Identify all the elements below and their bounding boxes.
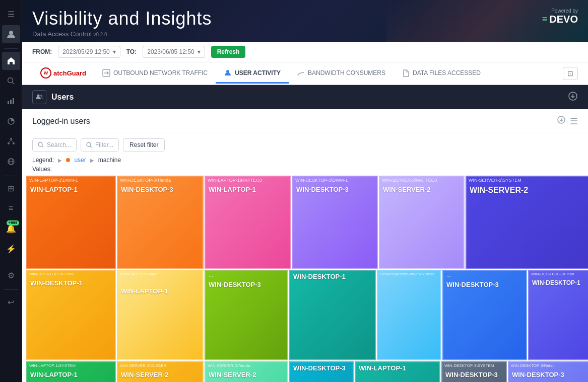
sidebar-divider-4 xyxy=(4,289,18,290)
page-subtitle: Data Access Control v0.2.0 xyxy=(32,30,578,38)
treemap-cell-win-laptop-1-row3[interactable]: WIN-LAPTOP-1 xyxy=(355,361,440,382)
devo-icon: ≡ xyxy=(542,14,548,25)
content-title: Logged-in users xyxy=(32,117,90,126)
tab-outbound[interactable]: OUTBOUND NETWORK TRAFFIC xyxy=(94,64,216,84)
svg-line-11 xyxy=(11,140,14,142)
data-files-icon xyxy=(402,69,410,77)
sidebar-list-icon[interactable]: ≡ xyxy=(2,199,20,217)
section-download-button[interactable] xyxy=(568,91,578,104)
search-input[interactable]: Search... xyxy=(32,138,77,151)
filter-bar: Search... Filter... Reset filter xyxy=(22,133,588,157)
notification-badge: +999 xyxy=(7,220,19,225)
sidebar-menu-toggle[interactable]: ☰ xyxy=(2,5,20,23)
bandwidth-icon xyxy=(297,69,305,77)
search-icon xyxy=(38,142,44,148)
treemap-cell-win-desktop-3-system[interactable]: WIN-DESKTOP-3\SYSTEM WIN-DESKTOP-3 xyxy=(441,361,507,382)
reset-filter-button[interactable]: Reset filter xyxy=(123,138,165,151)
treemap-cell-win-desktop-3-retail[interactable]: WIN-DESKTOP-3\Retail WIN-DESKTOP-3 xyxy=(508,361,588,382)
page-title: Visibility and Insights xyxy=(32,8,578,29)
treemap-cell-win-desktop-1-row2[interactable]: WIN-DESKTOP-1 xyxy=(289,270,376,360)
svg-line-2 xyxy=(12,83,14,85)
tab-data-files[interactable]: DATA FILES ACCESSED xyxy=(394,64,489,84)
svg-point-21 xyxy=(38,142,42,146)
svg-point-8 xyxy=(8,142,10,144)
content-download-button[interactable] xyxy=(557,115,566,127)
svg-point-1 xyxy=(8,78,13,83)
treemap-cell-win-desktop-3-tienda[interactable]: WIN-DESKTOP-3\Tienda WIN-DESKTOP-3 xyxy=(117,176,204,269)
treemap-cell-win-desktop-3-row2[interactable]: ... WIN-DESKTOP-3 xyxy=(205,270,288,360)
sidebar-globe-icon[interactable] xyxy=(2,152,20,171)
content-actions: ☰ xyxy=(557,115,578,127)
date-toolbar: FROM: 2023/05/29 12:50 ▾ TO: 2023/06/05 … xyxy=(22,42,588,62)
treemap: WIN-LAPTOP-1\DWM-1 WIN-LAPTOP-1 WIN-DESK… xyxy=(26,176,584,378)
svg-point-18 xyxy=(40,95,42,97)
section-users-icon xyxy=(32,90,46,104)
sidebar-home-icon[interactable] xyxy=(2,52,20,70)
to-date-picker[interactable]: 2023/06/05 12:50 ▾ xyxy=(143,46,205,58)
treemap-cell-win-desktop-3-cyan[interactable]: WIN-DESKTOP-3 xyxy=(289,361,354,382)
navigation-tabs: W atchGuard OUTBOUND NETWORK TRAFFIC USE… xyxy=(22,62,588,85)
from-label: FROM: xyxy=(32,48,52,55)
main-panel: Logged-in users ☰ Search... Filter... Re… xyxy=(22,109,588,382)
refresh-button[interactable]: Refresh xyxy=(211,46,246,58)
svg-point-9 xyxy=(13,142,15,144)
sidebar-grid-icon[interactable]: ⊞ xyxy=(2,179,20,197)
sidebar-divider-2 xyxy=(4,176,18,176)
sidebar-divider-3 xyxy=(4,263,18,263)
svg-point-23 xyxy=(87,142,91,146)
page-header: Visibility and Insights Data Access Cont… xyxy=(22,0,588,42)
svg-line-24 xyxy=(90,146,92,147)
from-date-picker[interactable]: 2023/05/29 12:50 ▾ xyxy=(58,46,120,58)
tab-watchguard[interactable]: W atchGuard xyxy=(32,62,94,85)
svg-point-7 xyxy=(10,138,12,140)
treemap-cell-win-desktop-3-dwm1[interactable]: WIN-DESKTOP-3\DWM-1 WIN-DESKTOP-3 xyxy=(292,176,378,269)
tab-bandwidth[interactable]: BANDWIDTH CONSUMERS xyxy=(289,64,394,84)
treemap-cell-win-desktop-1-euser[interactable]: WIN-DESKTOP-1\EUser WIN-DESKTOP-1 xyxy=(26,270,116,360)
sidebar-user-icon[interactable] xyxy=(2,25,20,43)
outbound-icon xyxy=(102,69,110,77)
sidebar-network-icon[interactable] xyxy=(2,132,20,150)
treemap-cell-win-laptop-1-system[interactable]: WIN-LAPTOP-1\SYSTEM WIN-LAPTOP-1 xyxy=(26,361,116,382)
treemap-cell-win-server-2-system[interactable]: WIN-SERVER-2\SYSTEM WIN-SERVER-2 xyxy=(466,176,588,269)
watchguard-circle: W xyxy=(40,67,51,79)
sidebar-exit-icon[interactable]: ↩ xyxy=(2,293,20,311)
legend-bar: Legend: ▶ user ▶ machine xyxy=(22,157,588,166)
export-button[interactable]: ⊡ xyxy=(563,67,578,80)
values-label: Values: xyxy=(22,166,588,176)
legend-user-dot xyxy=(66,158,70,162)
content-header: Logged-in users ☰ xyxy=(22,109,588,133)
sidebar-notifications-icon[interactable]: 🔔 +999 xyxy=(2,219,20,238)
sidebar-settings-icon[interactable]: ⚙ xyxy=(2,266,20,284)
sidebar-search-icon[interactable] xyxy=(2,72,20,90)
content-menu-button[interactable]: ☰ xyxy=(570,115,578,127)
sidebar: ☰ ⊞ ≡ 🔔 +999 ⚡ ⚙ ↩ xyxy=(0,0,22,382)
sidebar-analytics-icon[interactable] xyxy=(2,92,20,110)
treemap-cell-win-server-2-matteoj[interactable]: WIN-SERVER-2\MATTEOJ WIN-SERVER-2 xyxy=(379,176,465,269)
sidebar-divider-1 xyxy=(4,48,18,49)
svg-point-0 xyxy=(9,31,13,35)
section-title: Users xyxy=(51,93,74,102)
treemap-cell-win-server-2-cleser[interactable]: WIN-SERVER-2\CLESER WIN-SERVER-2 xyxy=(117,361,204,382)
treemap-cell-win-laptop-1-matteoj[interactable]: WIN-LAPTOP-1\MATTEOJ WIN-LAPTOP-1 xyxy=(205,176,291,269)
treemap-cell-serverexpress[interactable]: Serverexpress\Server-express xyxy=(377,270,441,360)
treemap-cell-win-desktop-1-finan[interactable]: WIN-DESKTOP-1\Finan WIN-DESKTOP-1 xyxy=(528,270,588,360)
tab-user-activity[interactable]: USER ACTIVITY xyxy=(216,64,289,84)
devo-logo: ≡ DEVO xyxy=(542,14,578,25)
svg-line-10 xyxy=(9,140,11,142)
treemap-cell-win-laptop-1-dwm1[interactable]: WIN-LAPTOP-1\DWM-1 WIN-LAPTOP-1 xyxy=(26,176,116,269)
treemap-cell-win-laptop-1-inge[interactable]: WIN-LAPTOP-1\Inge ... WIN-LAPTOP-1 xyxy=(117,270,204,360)
user-activity-icon xyxy=(224,69,232,77)
sidebar-bolt-icon[interactable]: ⚡ xyxy=(2,240,20,258)
section-header: Users xyxy=(22,85,588,109)
svg-rect-3 xyxy=(8,101,9,104)
to-label: TO: xyxy=(126,48,137,55)
svg-point-17 xyxy=(37,95,40,97)
treemap-cell-win-server-2-tienda[interactable]: WIN-SERVER-2\Tienda WIN-SERVER-2 xyxy=(205,361,288,382)
sidebar-pie-icon[interactable] xyxy=(2,112,20,130)
treemap-cell-win-desktop-3-blue[interactable]: ... WIN-DESKTOP-3 xyxy=(442,270,527,360)
filter-icon xyxy=(86,142,92,148)
svg-rect-4 xyxy=(10,100,12,104)
svg-line-22 xyxy=(42,146,43,147)
filter-input[interactable]: Filter... xyxy=(81,138,119,151)
treemap-container: WIN-LAPTOP-1\DWM-1 WIN-LAPTOP-1 WIN-DESK… xyxy=(22,176,588,382)
